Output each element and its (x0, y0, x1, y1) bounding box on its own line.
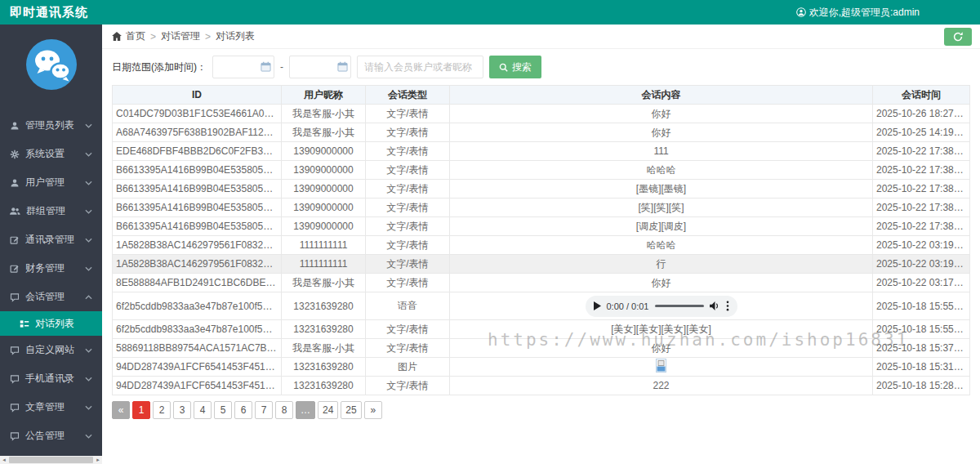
sidebar-item[interactable]: 手机通讯录 (0, 364, 102, 393)
keyword-input[interactable] (357, 56, 483, 78)
cell-id: B6613395A1416B99B04E535805A97A79 (113, 161, 282, 180)
column-header: 用户昵称 (282, 86, 366, 105)
search-button-label: 搜索 (512, 60, 532, 74)
table-row: 58869118BB89754ACA1571AC7B315A91我是客服-小其文… (113, 339, 970, 358)
cell-type: 文字/表情 (366, 320, 450, 339)
search-icon (499, 63, 508, 72)
chat-icon (10, 346, 20, 355)
users-icon (10, 207, 20, 216)
filter-bar: 日期范围(添加时间)： - 搜索 (102, 49, 980, 85)
chevron-down-icon (85, 377, 92, 381)
cell-nickname: 我是客服-小其 (282, 339, 366, 358)
sidebar-item[interactable]: 公告管理 (0, 422, 102, 450)
range-separator: - (280, 61, 283, 73)
sidebar-item[interactable]: 文章管理 (0, 393, 102, 422)
page-button[interactable]: 3 (173, 401, 191, 419)
sidebar-item[interactable]: 自定义网站 (0, 336, 102, 364)
cell-nickname: 13909000000 (282, 199, 366, 217)
welcome-text: 欢迎你,超级管理员:admin (809, 6, 920, 20)
list-icon (20, 319, 29, 328)
cell-time: 2025-10-22 03:19:08 (873, 236, 970, 255)
page-button[interactable]: » (364, 401, 382, 419)
cell-type: 文字/表情 (366, 199, 450, 217)
table-row: 1A5828B38AC1462979561F083234E03911111111… (113, 236, 970, 255)
user-welcome[interactable]: 欢迎你,超级管理员:admin (796, 6, 970, 20)
column-header: 会话类型 (366, 86, 450, 105)
cell-id: EDE468DFBF4BBB2D6C0F2FB3AAD4096E (113, 142, 282, 161)
breadcrumb: 首页 > 对话管理 > 对话列表 (102, 25, 980, 49)
cell-time: 2025-10-22 17:38:41 (873, 161, 970, 180)
breadcrumb-current: 对话列表 (216, 29, 255, 43)
cell-time: 2025-10-22 17:38:38 (873, 180, 970, 199)
chat-icon (10, 292, 20, 302)
page-button[interactable]: 4 (194, 401, 212, 419)
cell-content: 哈哈哈 (450, 161, 873, 180)
refresh-button[interactable] (944, 28, 972, 46)
audio-time: 0:00 / 0:01 (607, 301, 649, 311)
page-current[interactable]: 1 (132, 401, 150, 419)
chevron-down-icon (85, 266, 92, 271)
page-button[interactable]: 2 (153, 401, 171, 419)
horizontal-scrollbar[interactable]: ◂ ▸ (0, 456, 102, 464)
calendar-icon[interactable] (337, 61, 348, 72)
page-button[interactable]: 7 (255, 401, 273, 419)
cell-content: 你好 (450, 123, 873, 142)
page-button[interactable]: 6 (234, 401, 252, 419)
page-button[interactable]: 25 (341, 401, 361, 419)
sidebar-item[interactable]: 通讯录管理 (0, 225, 102, 254)
page-button: « (112, 401, 130, 419)
search-button[interactable]: 搜索 (489, 56, 541, 78)
breadcrumb-home[interactable]: 首页 (126, 29, 145, 43)
breadcrumb-separator: > (150, 31, 156, 42)
sidebar-item[interactable]: 财务管理 (0, 254, 102, 283)
cell-type: 文字/表情 (366, 161, 450, 180)
cell-type: 语音 (366, 292, 450, 320)
table-row: 6f2b5cddb9833aa3e47b87e100f5370713231639… (113, 320, 970, 339)
scroll-left-arrow-icon[interactable]: ◂ (0, 456, 8, 464)
page-button[interactable]: 24 (318, 401, 338, 419)
kebab-menu-icon[interactable] (726, 301, 729, 311)
sidebar-item-label: 管理员列表 (25, 118, 74, 132)
page-button[interactable]: 5 (214, 401, 232, 419)
cell-id: 58869118BB89754ACA1571AC7B315A91 (113, 339, 282, 358)
audio-seek-slider[interactable] (655, 305, 704, 307)
chat-icon (10, 431, 20, 441)
sidebar-item[interactable]: 群组管理 (0, 197, 102, 225)
sidebar-item-label: 文章管理 (25, 400, 65, 414)
edit-square-icon (10, 235, 20, 245)
date-from-wrap (212, 56, 274, 78)
sidebar-item[interactable]: 会话管理 (0, 283, 102, 311)
play-icon[interactable] (594, 301, 601, 310)
cell-type: 文字/表情 (366, 180, 450, 199)
table-header-row: ID用户昵称会话类型会话内容会话时间 (113, 86, 970, 105)
audio-player[interactable]: 0:00 / 0:01 (586, 296, 737, 317)
scrollbar-thumb[interactable] (9, 457, 93, 463)
sidebar-subitem[interactable]: 对话列表 (0, 311, 102, 336)
table-row: 94DD287439A1FCF6541453F451B7DA2913231639… (113, 377, 970, 395)
sidebar-item[interactable]: 系统设置 (0, 140, 102, 168)
chevron-down-icon (85, 238, 92, 243)
cell-nickname: 我是客服-小其 (282, 123, 366, 142)
cell-type: 文字/表情 (366, 236, 450, 255)
cell-nickname: 13231639280 (282, 292, 366, 320)
sidebar-item[interactable]: 用户管理 (0, 168, 102, 197)
calendar-icon[interactable] (261, 61, 271, 72)
page-button[interactable]: 8 (275, 401, 293, 419)
cell-content: 222 (450, 377, 873, 395)
cell-type: 文字/表情 (366, 339, 450, 358)
sidebar-item-label: 群组管理 (26, 204, 65, 218)
volume-icon[interactable] (710, 301, 720, 310)
table-row: 94DD287439A1FCF6541453F451B7DA2913231639… (113, 358, 970, 377)
chevron-up-icon (85, 295, 92, 300)
cell-content (450, 358, 873, 377)
sidebar-item[interactable]: 管理员列表 (0, 111, 102, 140)
sidebar-item-label: 用户管理 (25, 176, 65, 190)
table-row: 6f2b5cddb9833aa3e47b87e100f5370713231639… (113, 292, 970, 320)
scroll-right-arrow-icon[interactable]: ▸ (94, 456, 102, 464)
cell-nickname: 13909000000 (282, 161, 366, 180)
cell-nickname: 13231639280 (282, 358, 366, 377)
breadcrumb-session-mgmt[interactable]: 对话管理 (161, 29, 200, 43)
cell-time: 2025-10-18 15:37:19 (873, 339, 970, 358)
cell-nickname: 13909000000 (282, 142, 366, 161)
table-row: C014DC79D03B1F1C53E4661A0C5EE75E我是客服-小其文… (113, 105, 970, 123)
